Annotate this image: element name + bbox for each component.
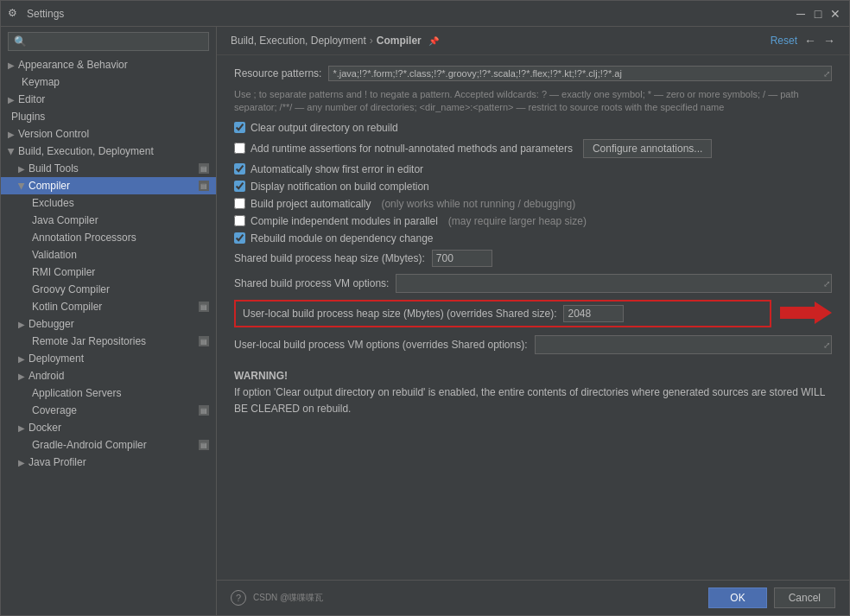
sidebar-item-build[interactable]: ▶ Build, Execution, Deployment — [1, 143, 216, 160]
sidebar-item-java-compiler[interactable]: Java Compiler — [1, 212, 216, 229]
display-notification-checkbox[interactable] — [234, 181, 245, 192]
badge-icon: ▤ — [199, 302, 209, 312]
user-vm-row: User-local build process VM options (ove… — [234, 335, 832, 354]
ok-button[interactable]: OK — [708, 587, 766, 608]
user-heap-input[interactable] — [563, 305, 624, 322]
shared-heap-input[interactable] — [432, 250, 492, 267]
sidebar-item-groovy-compiler[interactable]: Groovy Compiler — [1, 281, 216, 298]
close-button[interactable]: ✕ — [828, 7, 842, 21]
sidebar-item-application-servers[interactable]: Application Servers — [1, 384, 216, 402]
expand-icon[interactable]: ⤢ — [823, 278, 830, 288]
arrow-icon: ▶ — [18, 164, 25, 174]
sidebar-item-label: Keymap — [22, 76, 60, 88]
resource-patterns-label: Resource patterns: — [234, 67, 321, 79]
shared-vm-input-wrap: ⤢ — [396, 274, 832, 293]
reset-button[interactable]: Reset — [771, 35, 797, 47]
build-auto-note: (only works while not running / debuggin… — [381, 198, 575, 210]
configure-annotations-button[interactable]: Configure annotations... — [583, 139, 712, 158]
sidebar-item-appearance[interactable]: ▶ Appearance & Behavior — [1, 56, 216, 73]
user-heap-highlight-box: User-local build process heap size (Mbyt… — [234, 300, 771, 327]
expand-icon[interactable]: ⤢ — [823, 340, 830, 349]
clear-output-label: Clear output directory on rebuild — [251, 122, 398, 134]
resource-patterns-row: Resource patterns: ⤢ — [234, 66, 832, 81]
search-input[interactable] — [8, 32, 209, 51]
sidebar-item-excludes[interactable]: Excludes — [1, 194, 216, 212]
compile-parallel-checkbox[interactable] — [234, 215, 245, 226]
sidebar-item-gradle-android[interactable]: Gradle-Android Compiler ▤ — [1, 436, 216, 454]
sidebar-item-editor[interactable]: ▶ Editor — [1, 91, 216, 108]
badge-icon: ▤ — [199, 336, 209, 346]
rebuild-module-checkbox[interactable] — [234, 232, 245, 244]
sidebar-item-plugins[interactable]: Plugins — [1, 108, 216, 125]
arrow-icon: ▶ — [18, 372, 25, 381]
sidebar: ▶ Appearance & Behavior Keymap ▶ Editor … — [1, 27, 217, 615]
sidebar-item-label: Docker — [29, 422, 61, 434]
compile-parallel-label: Compile independent modules in parallel — [251, 215, 438, 227]
rebuild-module-row: Rebuild module on dependency change — [234, 232, 832, 244]
help-button[interactable]: ? — [231, 590, 246, 606]
window-title: Settings — [27, 8, 794, 20]
window-controls: ─ □ ✕ — [794, 7, 842, 21]
sidebar-item-compiler[interactable]: ▶ Compiler ▤ — [1, 177, 216, 194]
sidebar-item-java-profiler[interactable]: ▶ Java Profiler — [1, 454, 216, 471]
breadcrumb-bar: Build, Execution, Deployment › Compiler … — [217, 27, 849, 55]
sidebar-item-label: Android — [29, 370, 64, 382]
expand-icon[interactable]: ⤢ — [823, 69, 830, 79]
display-notification-row: Display notification on build completion — [234, 181, 832, 193]
sidebar-item-rmi-compiler[interactable]: RMI Compiler — [1, 264, 216, 281]
forward-button[interactable]: → — [823, 34, 835, 48]
breadcrumb-path: Build, Execution, Deployment — [231, 35, 366, 47]
build-auto-checkbox[interactable] — [234, 198, 245, 209]
back-button[interactable]: ← — [804, 34, 816, 48]
settings-panel: Resource patterns: ⤢ Use ; to separate p… — [217, 55, 849, 580]
sidebar-item-label: Java Compiler — [32, 214, 98, 226]
sidebar-item-debugger[interactable]: ▶ Debugger — [1, 315, 216, 333]
arrow-icon: ▶ — [17, 182, 27, 189]
badge-icon: ▤ — [199, 440, 209, 450]
user-vm-input[interactable] — [535, 335, 833, 354]
clear-output-checkbox[interactable] — [234, 122, 245, 133]
breadcrumb-separator: › — [370, 35, 373, 47]
build-auto-label: Build project automatically — [251, 198, 371, 210]
badge-icon: ▤ — [199, 181, 209, 191]
warning-title: WARNING! — [234, 368, 832, 384]
minimize-button[interactable]: ─ — [794, 7, 808, 21]
svg-marker-0 — [780, 302, 832, 324]
shared-vm-input[interactable] — [396, 274, 832, 293]
sidebar-item-kotlin-compiler[interactable]: Kotlin Compiler ▤ — [1, 298, 216, 315]
sidebar-item-label: Build Tools — [29, 162, 79, 175]
sidebar-item-keymap[interactable]: Keymap — [1, 73, 216, 91]
sidebar-item-validation[interactable]: Validation — [1, 246, 216, 264]
sidebar-item-annotation-processors[interactable]: Annotation Processors — [1, 229, 216, 246]
arrow-icon: ▶ — [18, 423, 25, 433]
display-notification-label: Display notification on build completion — [251, 181, 429, 193]
resource-patterns-input[interactable] — [328, 66, 832, 81]
sidebar-item-label: Annotation Processors — [32, 232, 136, 244]
user-heap-label: User-local build process heap size (Mbyt… — [243, 308, 556, 320]
watermark: CSDN @喋喋喋瓦 — [253, 592, 323, 604]
auto-show-errors-checkbox[interactable] — [234, 163, 245, 175]
sidebar-item-build-tools[interactable]: ▶ Build Tools ▤ — [1, 160, 216, 177]
sidebar-item-android[interactable]: ▶ Android — [1, 367, 216, 384]
arrow-icon: ▶ — [7, 148, 16, 155]
pin-icon: 📌 — [428, 36, 439, 46]
sidebar-item-label: Excludes — [32, 197, 74, 209]
sidebar-item-deployment[interactable]: ▶ Deployment — [1, 350, 216, 367]
shared-heap-label: Shared build process heap size (Mbytes): — [234, 252, 425, 264]
sidebar-item-docker[interactable]: ▶ Docker — [1, 419, 216, 436]
sidebar-item-label: Debugger — [29, 318, 74, 330]
red-arrow-indicator — [780, 300, 832, 328]
sidebar-item-remote-jar[interactable]: Remote Jar Repositories ▤ — [1, 333, 216, 350]
clear-output-row: Clear output directory on rebuild — [234, 122, 832, 134]
cancel-button[interactable]: Cancel — [774, 587, 835, 608]
maximize-button[interactable]: □ — [811, 7, 825, 21]
warning-text: If option 'Clear output directory on reb… — [234, 384, 832, 417]
add-assertions-checkbox[interactable] — [234, 143, 245, 154]
sidebar-item-coverage[interactable]: Coverage ▤ — [1, 402, 216, 419]
arrow-icon: ▶ — [8, 130, 15, 139]
settings-window: ⚙ Settings ─ □ ✕ ▶ Appearance & Behavior… — [0, 0, 850, 616]
sidebar-item-version-control[interactable]: ▶ Version Control — [1, 125, 216, 143]
arrow-icon: ▶ — [8, 95, 15, 105]
sidebar-item-label: Application Servers — [32, 387, 121, 399]
sidebar-item-label: Editor — [18, 93, 45, 105]
